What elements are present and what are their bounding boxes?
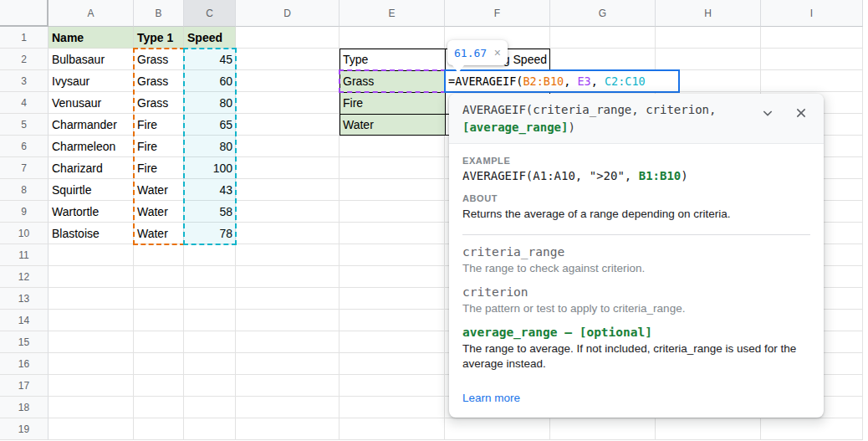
gridline-vertical	[862, 27, 863, 440]
param-criterion-desc: The pattern or test to apply to criteria…	[462, 301, 810, 316]
formula-input[interactable]: =AVERAGEIF(B2:B10, E3, C2:C10	[444, 69, 680, 93]
column-header-B[interactable]: B	[134, 0, 184, 27]
cell-A10[interactable]: Blastoise	[49, 223, 134, 244]
param-average-range: average_range – [optional]	[462, 326, 810, 339]
cell-B9[interactable]: Water	[134, 201, 184, 223]
formula-preview-value: 61.67	[454, 47, 487, 59]
cell-A4[interactable]: Venusaur	[49, 92, 134, 114]
cell-B2[interactable]: Grass	[134, 49, 184, 70]
cell-B8[interactable]: Water	[134, 179, 184, 201]
signature-suffix: )	[568, 121, 574, 134]
column-header-I[interactable]: I	[761, 0, 863, 27]
close-icon[interactable]: ×	[494, 47, 501, 59]
cell-B10[interactable]: Water	[134, 223, 184, 244]
cell-B6[interactable]: Fire	[134, 136, 184, 157]
row-header-13[interactable]: 13	[0, 288, 49, 310]
cell-B5[interactable]: Fire	[134, 114, 184, 136]
function-help-popup: AVERAGEIF(criteria_range, criterion, [av…	[449, 94, 824, 418]
close-icon[interactable]	[792, 104, 810, 122]
row-header-12[interactable]: 12	[0, 266, 49, 288]
cell-E4[interactable]: Fire	[340, 92, 445, 114]
formula-text: =AVERAGEIF(B2:B10, E3, C2:C10	[448, 74, 646, 88]
row-header-8[interactable]: 8	[0, 179, 49, 201]
example-label: EXAMPLE	[462, 156, 810, 166]
column-header-F[interactable]: F	[445, 0, 550, 27]
row-header-14[interactable]: 14	[0, 310, 49, 331]
column-header-E[interactable]: E	[340, 0, 445, 27]
chevron-down-icon[interactable]	[758, 104, 777, 122]
cell-E5[interactable]: Water	[340, 114, 445, 136]
select-all-corner[interactable]	[0, 0, 49, 27]
row-header-4[interactable]: 4	[0, 92, 49, 114]
cell-A9[interactable]: Wartortle	[49, 201, 134, 223]
row-header-11[interactable]: 11	[0, 244, 49, 266]
cell-A6[interactable]: Charmeleon	[49, 136, 134, 157]
cell-A1[interactable]: Name	[49, 27, 134, 49]
cell-B1[interactable]: Type 1	[134, 27, 184, 49]
about-label: ABOUT	[462, 193, 810, 203]
cell-C5[interactable]: 65	[184, 114, 236, 136]
column-header-A[interactable]: A	[49, 0, 134, 27]
row-header-7[interactable]: 7	[0, 157, 49, 179]
cell-A3[interactable]: Ivysaur	[49, 70, 134, 92]
row-header-17[interactable]: 17	[0, 375, 49, 397]
column-header-G[interactable]: G	[550, 0, 656, 27]
row-header-10[interactable]: 10	[0, 223, 49, 244]
cell-C9[interactable]: 58	[184, 201, 236, 223]
row-header-18[interactable]: 18	[0, 397, 49, 418]
row-header-16[interactable]: 16	[0, 353, 49, 375]
row-header-1[interactable]: 1	[0, 27, 49, 49]
column-header-D[interactable]: D	[236, 0, 340, 27]
learn-more-link[interactable]: Learn more	[462, 392, 520, 404]
signature-active-param: [average_range]	[462, 121, 568, 134]
column-header-C[interactable]: C	[184, 0, 236, 27]
cell-A2[interactable]: Bulbasaur	[49, 49, 134, 70]
cell-C3[interactable]: 60	[184, 70, 236, 92]
row-header-2[interactable]: 2	[0, 49, 49, 70]
cell-A8[interactable]: Squirtle	[49, 179, 134, 201]
column-header-H[interactable]: H	[656, 0, 761, 27]
cell-B4[interactable]: Grass	[134, 92, 184, 114]
cell-C8[interactable]: 43	[184, 179, 236, 201]
param-criteria-range-desc: The range to check against criterion.	[462, 261, 810, 276]
cell-C6[interactable]: 80	[184, 136, 236, 157]
cell-C2[interactable]: 45	[184, 49, 236, 70]
row-header-3[interactable]: 3	[0, 70, 49, 92]
formula-preview-tooltip: 61.67 ×	[447, 40, 508, 65]
param-criterion: criterion	[462, 285, 810, 299]
cell-E3[interactable]: Grass	[340, 70, 445, 92]
param-criteria-range: criteria_range	[462, 245, 810, 259]
row-header-15[interactable]: 15	[0, 331, 49, 353]
row-header-19[interactable]: 19	[0, 418, 49, 440]
cell-C7[interactable]: 100	[184, 157, 236, 179]
cell-E2[interactable]: Type	[340, 49, 445, 70]
param-average-range-desc: The range to average. If not included, c…	[462, 341, 810, 372]
spreadsheet: =AVERAGEIF(B2:B10, E3, C2:C10 61.67 × AV…	[0, 0, 868, 441]
function-signature: AVERAGEIF(criteria_range, criterion, [av…	[449, 94, 824, 144]
row-header-5[interactable]: 5	[0, 114, 49, 136]
about-text: Returns the average of a range depending…	[462, 207, 810, 222]
cell-A7[interactable]: Charizard	[49, 157, 134, 179]
signature-prefix: AVERAGEIF(criteria_range, criterion,	[462, 103, 716, 116]
example-code: AVERAGEIF(A1:A10, ">20", B1:B10)	[462, 169, 810, 182]
cell-C1[interactable]: Speed	[184, 27, 236, 49]
cell-B7[interactable]: Fire	[134, 157, 184, 179]
cell-C4[interactable]: 80	[184, 92, 236, 114]
row-header-6[interactable]: 6	[0, 136, 49, 157]
cell-C10[interactable]: 78	[184, 223, 236, 244]
cell-B3[interactable]: Grass	[134, 70, 184, 92]
divider	[462, 234, 810, 235]
row-header-9[interactable]: 9	[0, 201, 49, 223]
cell-A5[interactable]: Charmander	[49, 114, 134, 136]
